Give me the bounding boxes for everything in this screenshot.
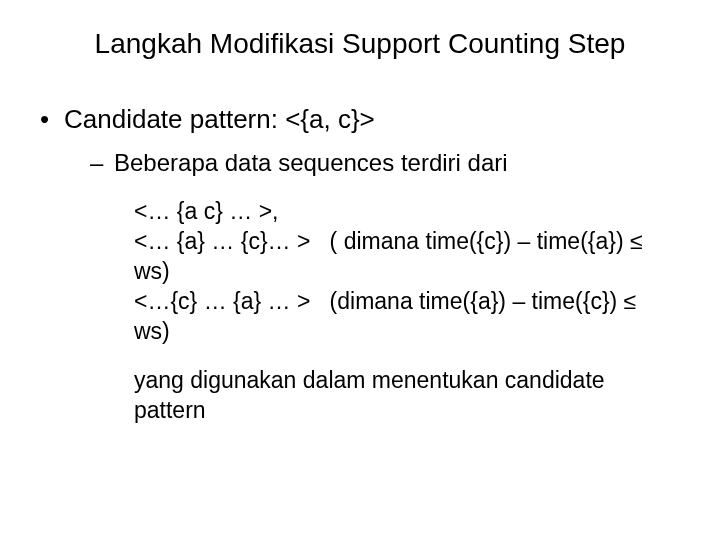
pattern-block: <… {a c} … >, <… {a} … {c}… > ( dimana t… (40, 197, 680, 346)
slide: Langkah Modifikasi Support Counting Step… (0, 0, 720, 540)
bullet-level-1: Candidate pattern: <{a, c}> (40, 104, 680, 135)
slide-title: Langkah Modifikasi Support Counting Step (40, 28, 680, 60)
bullet-level-2: Beberapa data sequences terdiri dari (40, 149, 680, 177)
closing-text: yang digunakan dalam menentukan candidat… (40, 366, 680, 426)
